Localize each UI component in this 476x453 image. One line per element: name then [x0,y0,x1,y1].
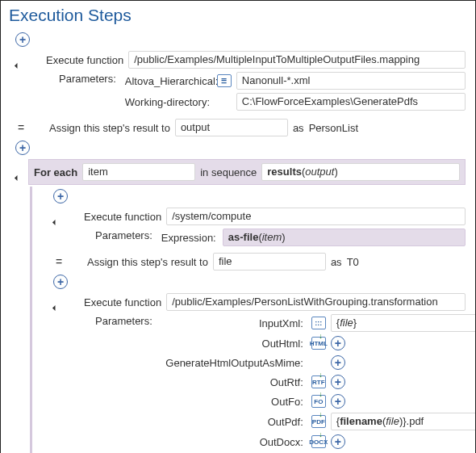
for-each-bar: For each item in sequence results(output… [28,159,466,185]
assign-icon: = [15,121,27,134]
param-value-altova[interactable]: Nanonull-*.xml [236,72,466,90]
param-label-outpdf: OutPdf: [161,416,307,428]
as-label: as [293,122,304,134]
pdf-file-icon[interactable]: PDF [311,415,326,428]
assign-var-input[interactable]: output [175,119,288,136]
for-each-label: For each [34,166,77,178]
add-step-button[interactable] [53,189,68,203]
in-sequence-label: in sequence [200,166,257,178]
rtf-file-icon[interactable]: RTF [311,375,326,388]
assign-var-input[interactable]: file [213,253,326,271]
parameters-label: Parameters: [95,312,152,327]
collapse-toggle[interactable] [15,58,23,66]
param-value-wd[interactable]: C:\FlowForceExamples\GeneratePdfs [236,93,466,111]
add-step-button[interactable] [15,141,30,155]
add-value-button[interactable] [331,355,345,370]
xml-icon[interactable]: ::: [311,317,326,329]
param-label-outrtf: OutRtf: [161,376,307,388]
assign-label: Assign this step's result to [87,256,208,268]
assign-icon: = [53,255,65,268]
as-label: as [331,256,342,268]
sequence-input[interactable]: results(output) [261,163,460,181]
mapping-icon[interactable]: ☰ [217,74,232,87]
param-label-expression: Expression: [161,232,218,244]
docx-file-icon[interactable]: DOCX [311,435,326,448]
parameters-label: Parameters: [95,227,152,241]
param-label-outdocx: OutDocx: [161,436,307,448]
assign-label: Assign this step's result to [49,122,170,134]
result-type: PersonList [309,122,358,134]
add-value-button[interactable] [331,394,345,409]
collapse-toggle[interactable] [53,300,61,308]
collapse-toggle[interactable] [15,170,23,178]
result-type: T0 [347,256,359,268]
param-label-altova: Altova_Hierarchical: [125,75,212,87]
function-path-input[interactable]: /public/Examples/PersonListWithGrouping.… [166,293,466,311]
add-value-button[interactable] [331,375,345,389]
html-file-icon[interactable]: HTML [311,337,326,350]
param-label-outhtml: OutHtml: [161,338,307,350]
execute-function-label: Execute function [84,296,161,308]
execute-function-label: Execute function [46,54,123,66]
param-value-outpdf[interactable]: {filename(file)}.pdf [331,413,476,430]
add-step-button[interactable] [15,32,30,47]
expression-input[interactable]: as-file(item) [223,229,466,246]
parameters-label: Parameters: [59,70,116,85]
function-path-input[interactable]: /public/Examples/MultipleInputToMultiple… [128,51,466,69]
item-var-input[interactable]: item [82,163,195,181]
add-step-button[interactable] [53,275,68,289]
execute-function-label: Execute function [84,211,161,223]
collapse-toggle[interactable] [53,215,61,223]
param-label-wd: Working-directory: [125,96,212,108]
param-label-genmime: GenerateHtmlOutputAsMime: [161,357,307,369]
fo-file-icon[interactable]: FO [311,395,326,408]
param-label-outfo: OutFo: [161,396,307,408]
param-value-inputxml[interactable]: {file} [331,314,476,332]
add-value-button[interactable] [331,434,345,449]
param-label-inputxml: InputXml: [161,317,307,329]
add-value-button[interactable] [331,336,345,350]
function-path-input[interactable]: /system/compute [166,208,466,225]
page-title: Execution Steps [9,6,470,25]
